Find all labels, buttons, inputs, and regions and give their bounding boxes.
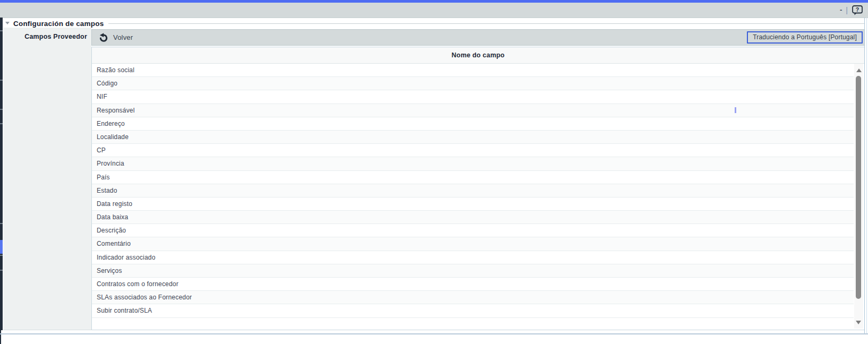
table-row[interactable]: CP bbox=[92, 144, 854, 157]
sidebar-divider bbox=[0, 270, 3, 271]
scroll-down-arrow-icon[interactable] bbox=[856, 321, 861, 324]
fields-table: Nome do campo Razão socialCódigoNIFRespo… bbox=[91, 47, 865, 330]
sidebar-divider bbox=[0, 30, 3, 31]
scrollbar-thumb[interactable] bbox=[856, 76, 861, 299]
table-row[interactable]: Província bbox=[92, 157, 854, 170]
section-title: Configuración de campos bbox=[13, 20, 104, 28]
field-group-label: Campos Proveedor bbox=[24, 33, 87, 40]
content-right-border-outer bbox=[866, 18, 867, 334]
translate-button[interactable]: Traduciendo a Português [Portugal] bbox=[747, 31, 863, 44]
window-controls: - | ? bbox=[840, 3, 864, 18]
svg-text:?: ? bbox=[856, 6, 859, 13]
collapse-arrow-icon[interactable] bbox=[5, 22, 10, 24]
vertical-scrollbar[interactable] bbox=[854, 64, 863, 329]
content-right-border bbox=[864, 18, 865, 334]
text-cursor bbox=[735, 107, 736, 113]
table-header: Nome do campo bbox=[92, 47, 864, 64]
undo-arrow-icon bbox=[98, 32, 108, 42]
sidebar-divider bbox=[0, 123, 3, 124]
back-button-label: Volver bbox=[113, 33, 133, 41]
collapsed-sidebar[interactable] bbox=[0, 18, 3, 330]
table-row[interactable]: Código bbox=[92, 77, 854, 90]
table-row[interactable]: Responsável bbox=[92, 104, 854, 117]
table-row[interactable]: Comentário bbox=[92, 237, 854, 251]
back-button[interactable]: Volver bbox=[98, 30, 133, 45]
header-divider: | bbox=[846, 3, 848, 18]
table-row[interactable]: Endereço bbox=[92, 117, 854, 131]
sidebar-active-item[interactable] bbox=[0, 240, 3, 254]
sidebar-edge bbox=[0, 330, 1, 344]
content-bottom-border bbox=[0, 333, 868, 334]
field-group-panel: Campos Proveedor bbox=[3, 28, 91, 330]
sidebar-divider bbox=[0, 109, 3, 110]
table-row[interactable]: SLAs associados ao Fornecedor bbox=[92, 291, 854, 304]
table-row[interactable]: NIF bbox=[92, 90, 854, 104]
table-row[interactable]: Subir contrato/SLA bbox=[92, 304, 854, 317]
section-rule bbox=[108, 23, 864, 24]
table-row[interactable]: Estado bbox=[92, 184, 854, 197]
sidebar-divider bbox=[0, 80, 3, 81]
table-body: Razão socialCódigoNIFResponsávelEndereço… bbox=[92, 64, 854, 318]
app-header-bar: - | ? bbox=[0, 3, 868, 18]
table-row[interactable]: Contratos com o fornecedor bbox=[92, 278, 854, 291]
table-row[interactable]: Data registo bbox=[92, 197, 854, 211]
minimize-button[interactable]: - bbox=[840, 3, 842, 18]
sidebar-divider bbox=[0, 223, 3, 224]
table-row[interactable]: Localidade bbox=[92, 131, 854, 144]
table-row[interactable]: Razão social bbox=[92, 64, 854, 77]
table-row[interactable]: País bbox=[92, 171, 854, 184]
toolbar: Volver Traduciendo a Português [Portugal… bbox=[91, 29, 865, 46]
help-icon[interactable]: ? bbox=[852, 4, 864, 16]
scroll-up-arrow-icon[interactable] bbox=[856, 68, 862, 72]
sidebar-divider bbox=[0, 255, 3, 256]
table-row[interactable]: Descrição bbox=[92, 224, 854, 237]
table-row[interactable]: Indicador associado bbox=[92, 251, 854, 264]
table-row[interactable]: Serviços bbox=[92, 264, 854, 278]
table-row[interactable]: Data baixa bbox=[92, 211, 854, 224]
